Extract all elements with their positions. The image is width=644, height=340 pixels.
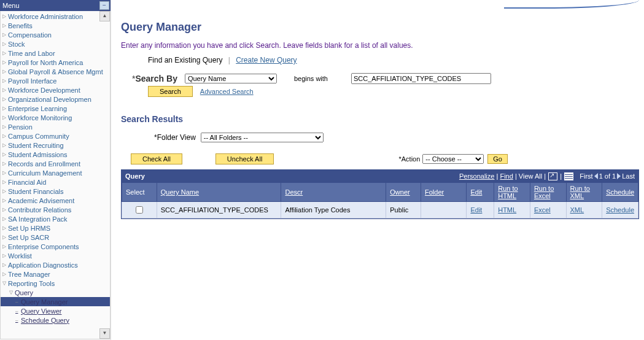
- sidebar-item[interactable]: ▷Payroll Interface: [1, 76, 110, 85]
- chevron-right-icon: ▷: [2, 244, 7, 249]
- sidebar-item[interactable]: ▷Set Up SACR: [1, 233, 110, 242]
- sidebar-item-label: Stock: [8, 41, 25, 48]
- sidebar-item[interactable]: ▷Records and Enrollment: [1, 159, 110, 168]
- sidebar-item-label: Compensation: [8, 31, 52, 39]
- sidebar-item-label: Workforce Administration: [8, 13, 83, 20]
- sidebar-subitem[interactable]: –Query Viewer: [1, 306, 110, 315]
- sidebar-item[interactable]: ▷Student Recruiting: [1, 141, 110, 150]
- col-query-name[interactable]: Query Name: [161, 188, 199, 196]
- sidebar-item[interactable]: ▷Enterprise Learning: [1, 104, 110, 113]
- personalize-link[interactable]: Personalize: [459, 172, 494, 180]
- chevron-right-icon: ▷: [2, 216, 7, 222]
- sidebar-item[interactable]: ▷Campus Community: [1, 131, 110, 141]
- sidebar-item-label: Financial Aid: [8, 179, 46, 186]
- chevron-right-icon: ▷: [2, 106, 7, 111]
- sidebar-item-label: Set Up SACR: [8, 234, 49, 241]
- sidebar-item[interactable]: ▷Student Financials: [1, 187, 110, 196]
- chevron-right-icon: ▷: [2, 142, 7, 148]
- sidebar-item[interactable]: ▷Workforce Monitoring: [1, 113, 110, 122]
- col-schedule[interactable]: Schedule: [606, 188, 634, 196]
- sidebar-item-label: Enterprise Learning: [8, 105, 67, 112]
- search-by-select[interactable]: Query Name: [185, 74, 277, 83]
- chevron-right-icon: ▷: [2, 87, 7, 93]
- sidebar-item[interactable]: ▷Curriculum Management: [1, 168, 110, 177]
- table-row: SCC_AFFILIATION_TYPE_CODES Affiliation T…: [122, 202, 638, 218]
- chevron-right-icon: ▷: [2, 60, 7, 65]
- search-value-input[interactable]: [351, 73, 491, 84]
- sidebar-item[interactable]: ▷Global Payroll & Absence Mgmt: [1, 67, 110, 76]
- grid-title: Query: [125, 172, 145, 180]
- sidebar-item[interactable]: ▷SA Integration Pack: [1, 214, 110, 223]
- find-link[interactable]: Find: [500, 172, 513, 180]
- chevron-right-icon: ▷: [2, 234, 7, 240]
- download-icon[interactable]: [564, 172, 573, 180]
- menu-collapse-icon[interactable]: −: [99, 1, 109, 10]
- sidebar-item[interactable]: ▷Contributor Relations: [1, 205, 110, 214]
- folder-view-select[interactable]: -- All Folders --: [201, 133, 324, 142]
- sidebar-item[interactable]: ▷Financial Aid: [1, 177, 110, 187]
- row-select-checkbox[interactable]: [136, 206, 143, 214]
- sidebar-item-label: Student Recruiting: [8, 142, 64, 149]
- col-run-excel[interactable]: Run to Excel: [534, 185, 554, 199]
- sidebar-item[interactable]: ▷Set Up HRMS: [1, 223, 110, 233]
- go-button[interactable]: Go: [487, 154, 508, 164]
- chevron-right-icon: ▷: [2, 198, 7, 203]
- sidebar-item[interactable]: ▷Enterprise Components: [1, 242, 110, 251]
- nav-prev-icon[interactable]: [594, 173, 598, 179]
- row-edit-link[interactable]: Edit: [470, 206, 482, 214]
- scroll-up-icon[interactable]: ▲: [99, 11, 110, 21]
- create-new-query-link[interactable]: Create New Query: [236, 56, 297, 64]
- sidebar-item-label: Application Diagnostics: [8, 261, 78, 269]
- row-schedule-link[interactable]: Schedule: [606, 206, 634, 214]
- sidebar-item[interactable]: ▷Workforce Administration: [1, 12, 110, 21]
- sidebar-item[interactable]: ▷Organizational Developmen: [1, 95, 110, 104]
- col-run-html[interactable]: Run to HTML: [498, 185, 518, 199]
- sidebar-item[interactable]: ▷Student Admissions: [1, 150, 110, 159]
- sidebar-item[interactable]: ▷Benefits: [1, 21, 110, 30]
- sidebar-item[interactable]: ▷Academic Advisement: [1, 196, 110, 205]
- sidebar-subitem[interactable]: –Query Manager: [1, 297, 110, 306]
- sidebar-item[interactable]: ▷Compensation: [1, 30, 110, 39]
- row-html-link[interactable]: HTML: [498, 206, 516, 214]
- sidebar-item[interactable]: ▽Reporting Tools: [1, 279, 110, 288]
- zoom-icon[interactable]: [548, 172, 557, 180]
- scroll-down-icon[interactable]: ▼: [99, 328, 110, 339]
- sidebar-item[interactable]: ▷Workforce Development: [1, 85, 110, 95]
- col-edit[interactable]: Edit: [470, 188, 482, 196]
- menu-body: ▲ ▷Workforce Administration▷Benefits▷Com…: [0, 11, 111, 339]
- sidebar-item-label: Payroll for North America: [8, 59, 83, 66]
- header-decoration: [504, 0, 639, 9]
- advanced-search-link[interactable]: Advanced Search: [200, 88, 254, 95]
- col-select: Select: [122, 183, 157, 202]
- grid-toolbar: Query Personalize | Find | View All | | …: [122, 170, 638, 182]
- nav-next-icon[interactable]: [617, 173, 621, 179]
- sidebar-item[interactable]: ▷Worklist: [1, 251, 110, 260]
- chevron-right-icon: ▷: [2, 23, 7, 28]
- action-select[interactable]: -- Choose --: [422, 154, 484, 164]
- col-owner[interactable]: Owner: [390, 188, 409, 196]
- sidebar-item[interactable]: ▷Tree Manager: [1, 269, 110, 279]
- col-run-xml[interactable]: Run to XML: [570, 185, 590, 199]
- uncheck-all-button[interactable]: Uncheck All: [215, 153, 274, 164]
- chevron-right-icon: ▷: [2, 96, 7, 102]
- row-excel-link[interactable]: Excel: [534, 206, 551, 214]
- sidebar-item[interactable]: ▷Payroll for North America: [1, 58, 110, 67]
- main-content: Query Manager Enter any information you …: [111, 0, 644, 340]
- check-all-button[interactable]: Check All: [131, 153, 182, 164]
- row-xml-link[interactable]: XML: [570, 206, 584, 214]
- sidebar-item-label: Pension: [8, 123, 33, 131]
- col-descr[interactable]: Descr: [285, 188, 303, 196]
- search-button[interactable]: Search: [148, 86, 193, 97]
- col-folder[interactable]: Folder: [425, 188, 444, 196]
- sidebar-subitem[interactable]: –Schedule Query: [1, 315, 110, 325]
- sidebar-item[interactable]: ▷Time and Labor: [1, 48, 110, 58]
- sidebar-item-query[interactable]: ▽Query: [1, 288, 110, 297]
- search-by-label: *Search By: [132, 74, 177, 83]
- chevron-right-icon: ▷: [2, 152, 7, 157]
- begins-with-label: begins with: [294, 75, 328, 82]
- search-by-row: *Search By Query Name begins with: [121, 73, 639, 84]
- sidebar-item[interactable]: ▷Pension: [1, 122, 110, 131]
- chevron-down-icon: ▽: [9, 290, 14, 295]
- sidebar-item[interactable]: ▷Stock: [1, 39, 110, 48]
- sidebar-item[interactable]: ▷Application Diagnostics: [1, 260, 110, 269]
